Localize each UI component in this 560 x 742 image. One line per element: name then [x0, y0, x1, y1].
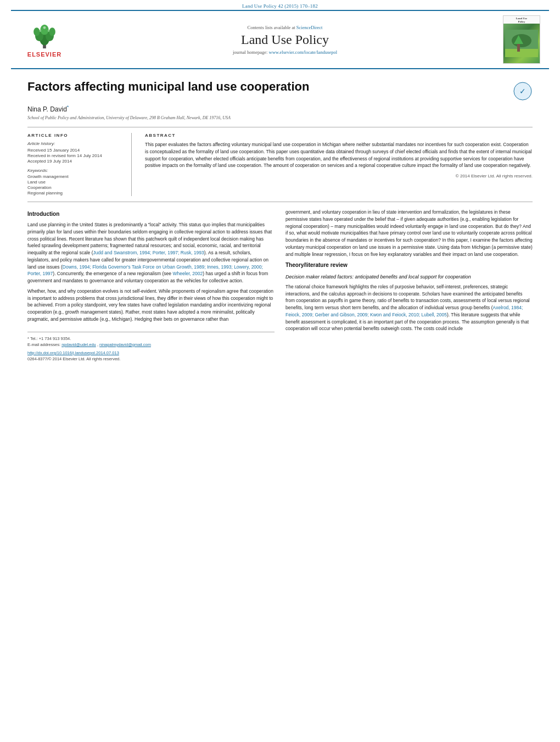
svg-point-4	[33, 27, 40, 36]
journal-citation-bar: Land Use Policy 42 (2015) 170–182	[0, 0, 560, 10]
keyword-4: Regional planning	[27, 191, 122, 196]
ref3-link[interactable]: Wheeler, 2002	[172, 271, 203, 276]
left-column: Introduction Land use planning in the Un…	[27, 209, 275, 362]
received-date: Received 15 January 2014	[27, 148, 122, 153]
two-col-body: Introduction Land use planning in the Un…	[27, 209, 533, 362]
paper-area: Factors affecting municipal land use coo…	[0, 69, 560, 373]
journal-homepage: journal homepage: www.elsevier.com/locat…	[76, 49, 494, 55]
ref1-link[interactable]: Judd and Swanstrom, 1994; Porter, 1997; …	[93, 250, 204, 255]
crossmark-icon: ✓	[513, 81, 533, 101]
journal-title: Land Use Policy	[76, 32, 494, 47]
svg-text:✓: ✓	[519, 87, 526, 96]
paper-title: Factors affecting municipal land use coo…	[27, 79, 506, 95]
article-info-col: ARTICLE INFO Article history: Received 1…	[27, 133, 132, 196]
keyword-1: Growth management	[27, 174, 122, 179]
svg-point-5	[49, 27, 55, 36]
email2-link[interactable]: ninapalmydavid@gmail.com	[99, 342, 151, 347]
history-label: Article history:	[27, 141, 122, 146]
keywords-label: Keywords:	[27, 168, 122, 173]
cover-box: Land UsePolicy	[503, 15, 540, 64]
svg-rect-13	[517, 43, 520, 52]
journal-header: ELSEVIER Contents lists available at Sci…	[11, 10, 549, 69]
abstract-col: ABSTRACT This paper evaluates the factor…	[145, 133, 533, 196]
footnote-tel: * Tel.: +1 734 913 9354.	[27, 336, 275, 342]
svg-point-7	[40, 30, 42, 32]
right-para1: government, and voluntary cooperation in…	[285, 209, 533, 258]
contents-available: Contents lists available at ScienceDirec…	[76, 25, 494, 30]
svg-point-6	[40, 25, 48, 35]
revised-date: Received in revised form 14 July 2014	[27, 153, 122, 158]
elsevier-tree-icon	[28, 21, 61, 50]
right-para2: The rational choice framework highlights…	[285, 283, 533, 332]
svg-rect-12	[505, 49, 538, 57]
intro-title: Introduction	[27, 210, 275, 218]
article-info-heading: ARTICLE INFO	[27, 133, 122, 138]
email1-link[interactable]: npdavid@udel.edu	[61, 342, 96, 347]
intro-para1: Land use planning in the United States i…	[27, 221, 275, 284]
elsevier-logo: ELSEVIER	[20, 21, 69, 58]
abstract-text: This paper evaluates the factors affecti…	[145, 141, 533, 169]
keyword-3: Cooperation	[27, 185, 122, 190]
sciencedirect-link[interactable]: ScienceDirect	[296, 25, 323, 30]
svg-point-11	[512, 34, 531, 47]
journal-cover: Land UsePolicy	[501, 15, 540, 64]
right-column: government, and voluntary cooperation in…	[285, 209, 533, 362]
article-meta-row: ARTICLE INFO Article history: Received 1…	[27, 127, 533, 202]
svg-point-9	[43, 26, 46, 29]
doi-link: http://dx.doi.org/10.1016/j.landusepol.2…	[27, 350, 275, 356]
elsevier-label: ELSEVIER	[27, 51, 61, 58]
journal-header-center: Contents lists available at ScienceDirec…	[76, 25, 494, 55]
footnote-area: * Tel.: +1 734 913 9354. E-mail addresse…	[27, 332, 275, 362]
intro-para2: Whether, how, and why cooperation evolve…	[27, 288, 275, 323]
abstract-copyright: © 2014 Elsevier Ltd. All rights reserved…	[145, 174, 533, 178]
cover-title: Land UsePolicy	[515, 16, 528, 24]
paper-title-row: Factors affecting municipal land use coo…	[27, 79, 533, 101]
svg-point-8	[48, 30, 50, 32]
abstract-heading: ABSTRACT	[145, 133, 533, 138]
keyword-2: Land use	[27, 180, 122, 185]
theory-section-title: Theory/literature review	[285, 261, 533, 269]
decision-maker-subsection: Decision maker related factors: anticipa…	[285, 274, 533, 281]
accepted-date: Accepted 19 July 2014	[27, 159, 122, 164]
cover-image	[503, 24, 540, 63]
author-asterisk: *	[67, 104, 69, 110]
journal-citation: Land Use Policy 42 (2015) 170–182	[242, 3, 318, 9]
affiliation: School of Public Policy and Administrati…	[27, 115, 533, 120]
author-name: Nina P. David*	[27, 104, 533, 113]
cover-landscape-icon	[505, 30, 538, 57]
footnote-email: E-mail addresses: npdavid@udel.edu , nin…	[27, 342, 275, 348]
footer-copyright: 0264-8377/© 2014 Elsevier Ltd. All right…	[27, 356, 275, 362]
homepage-link[interactable]: www.elsevier.com/locate/landusepol	[269, 49, 338, 55]
